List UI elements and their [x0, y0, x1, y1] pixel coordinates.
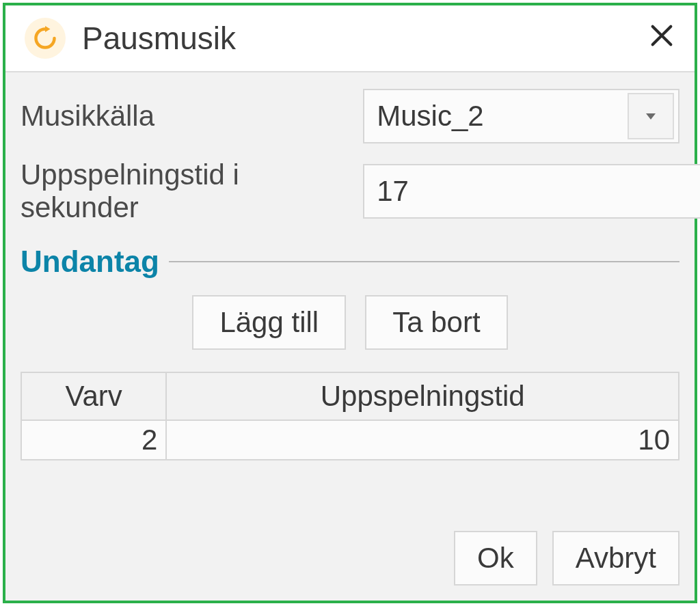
- dialog-window: Pausmusik Musikkälla Music_2 Uppspelning…: [3, 3, 697, 603]
- cell-time[interactable]: 10: [166, 420, 679, 460]
- remove-button[interactable]: Ta bort: [365, 295, 507, 350]
- cell-varv[interactable]: 2: [21, 420, 166, 460]
- playback-time-label: Uppspelningstid i sekunder: [21, 159, 363, 224]
- music-source-select[interactable]: Music_2: [363, 89, 679, 143]
- cancel-button[interactable]: Avbryt: [552, 531, 679, 586]
- music-source-row: Musikkälla Music_2: [21, 89, 679, 143]
- add-button[interactable]: Lägg till: [192, 295, 346, 350]
- title-bar: Pausmusik: [5, 5, 695, 72]
- col-varv[interactable]: Varv: [21, 372, 166, 420]
- exception-buttons: Lägg till Ta bort: [21, 295, 679, 350]
- music-source-value: Music_2: [377, 100, 483, 133]
- playback-time-row: Uppspelningstid i sekunder: [21, 159, 679, 224]
- exceptions-legend: Undantag: [21, 245, 169, 279]
- close-icon[interactable]: [648, 22, 675, 55]
- table-row[interactable]: 2 10: [21, 420, 679, 460]
- divider: [169, 261, 679, 262]
- table-header-row: Varv Uppspelningstid: [21, 372, 679, 420]
- svg-marker-1: [646, 113, 656, 120]
- dialog-title: Pausmusik: [82, 20, 648, 57]
- exceptions-table: Varv Uppspelningstid 2 10: [21, 372, 679, 460]
- dialog-body: Musikkälla Music_2 Uppspelningstid i sek…: [5, 72, 695, 601]
- col-time[interactable]: Uppspelningstid: [166, 372, 679, 420]
- dialog-footer: Ok Avbryt: [21, 531, 679, 586]
- svg-marker-0: [45, 26, 51, 32]
- ok-button[interactable]: Ok: [454, 531, 537, 586]
- app-icon: [25, 18, 66, 59]
- playback-time-input[interactable]: [363, 164, 700, 219]
- chevron-down-icon[interactable]: [628, 93, 674, 139]
- music-source-label: Musikkälla: [21, 100, 363, 133]
- exceptions-header: Undantag: [21, 245, 679, 279]
